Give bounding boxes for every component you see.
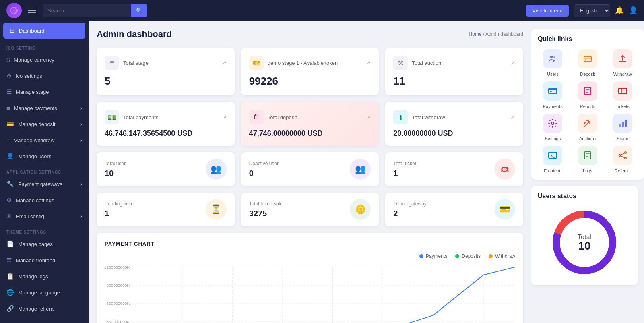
svg-point-1 xyxy=(12,9,15,12)
sidebar-item-manage-logs[interactable]: 📋 Manage logs xyxy=(0,268,89,284)
legend-withdraw-dot xyxy=(489,254,493,258)
legend-payments-label: Payments xyxy=(426,253,447,259)
svg-rect-32 xyxy=(584,152,591,159)
quick-link-payments[interactable]: Payments xyxy=(538,81,568,109)
logs-quick-icon xyxy=(578,146,597,165)
total-token-sold-icon: 🪙 xyxy=(350,199,371,220)
visit-frontend-button[interactable]: Visit frontend xyxy=(526,5,569,17)
svg-point-20 xyxy=(553,56,555,58)
breadcrumb: Home / Admin dashboard xyxy=(469,31,523,37)
page-header: Admin dashboard Home / Admin dashboard xyxy=(97,29,523,39)
total-deposit-label: Total deposit xyxy=(268,114,362,120)
demo-token-value: 99226 xyxy=(249,75,371,87)
search-bar: 🔍 xyxy=(43,4,147,17)
stat-card-total-stage: ≡ Total stage ↗ 5 xyxy=(97,48,235,95)
legend-payments-dot xyxy=(419,254,423,258)
main-content: Admin dashboard Home / Admin dashboard ≡… xyxy=(89,21,531,323)
total-auction-value: 11 xyxy=(393,75,515,87)
quick-link-auctions[interactable]: Auctions xyxy=(573,114,603,141)
nav-right: Visit frontend English Chinese 🔔 👤 xyxy=(526,4,638,17)
donut-chart: Total 10 xyxy=(548,206,621,279)
mini-card-deactive-user: Deactive user 0 👥 xyxy=(241,152,379,186)
total-stage-arrow-icon[interactable]: ↗ xyxy=(222,60,227,66)
stage-quick-icon xyxy=(613,114,632,133)
stage-quick-label: Stage xyxy=(617,136,628,141)
svg-rect-30 xyxy=(625,120,627,127)
quick-link-referral[interactable]: Referral xyxy=(607,146,638,173)
mini-cards: Total user 10 👥 Deactive user 0 👥 Total … xyxy=(97,152,523,226)
svg-text:1200000000K: 1200000000K xyxy=(105,265,130,269)
search-input[interactable] xyxy=(43,4,131,17)
total-stage-label: Total stage xyxy=(123,60,218,66)
top-stat-cards: ≡ Total stage ↗ 5 🎫 demo stage 1 - Avaia… xyxy=(97,48,523,95)
search-button[interactable]: 🔍 xyxy=(131,4,147,17)
sidebar-item-manage-frontend[interactable]: ☰ Manage frontend xyxy=(0,252,89,268)
quick-link-withdraw[interactable]: Withdraw xyxy=(607,49,638,77)
quick-link-tickets[interactable]: Tickets xyxy=(607,81,638,109)
svg-rect-21 xyxy=(584,56,591,62)
pending-ticket-value: 1 xyxy=(105,209,135,218)
referral-quick-icon xyxy=(613,146,632,165)
svg-text:10: 10 xyxy=(578,240,590,252)
sidebar-item-manage-settings[interactable]: ⚙ Manage settings xyxy=(0,192,89,208)
withdraw-arrow-icon[interactable]: ↗ xyxy=(510,114,515,120)
sidebar-item-manage-currency[interactable]: $ Manage currency xyxy=(0,52,89,68)
user-profile-icon[interactable]: 👤 xyxy=(629,6,638,15)
quick-link-settings[interactable]: Settings xyxy=(538,114,568,141)
stat-card-total-deposit: 🗓 Total deposit ↗ 47,746.00000000 USD xyxy=(241,102,379,146)
svg-rect-24 xyxy=(549,88,557,94)
refferal-icon: 🔗 xyxy=(6,305,14,312)
language-icon: 🌐 xyxy=(6,289,14,296)
users-status-title: Users status xyxy=(538,193,631,200)
sidebar-item-manage-withdraw[interactable]: ↑ Manage withdraw xyxy=(0,132,89,148)
sidebar-item-manage-pages[interactable]: 📄 Manage pages xyxy=(0,236,89,252)
quick-link-logs[interactable]: Logs xyxy=(573,146,603,173)
payments-arrow-icon[interactable]: ↗ xyxy=(222,114,227,120)
pending-ticket-icon: ⏳ xyxy=(206,199,227,220)
sidebar-item-payment-gateways[interactable]: 🔧 Payment gateways xyxy=(0,176,89,192)
sidebar-item-dashboard[interactable]: ⊞ Dashboard xyxy=(3,23,85,39)
total-payments-label: Total payments xyxy=(123,114,218,120)
settings-quick-label: Settings xyxy=(545,136,561,141)
page-title: Admin dashboard xyxy=(97,29,172,39)
sidebar-item-email-config[interactable]: ✉ Email config xyxy=(0,208,89,224)
sidebar-item-manage-users[interactable]: 👤 Manage users xyxy=(0,148,89,164)
settings-icon: ⚙ xyxy=(6,197,12,204)
sidebar-item-manage-refferal[interactable]: 🔗 Manage refferal xyxy=(0,300,89,317)
mini-card-pending-ticket: Pending ticket 1 ⏳ xyxy=(97,193,235,226)
svg-point-35 xyxy=(625,157,626,159)
quick-link-deposit[interactable]: Deposit xyxy=(573,49,603,77)
gateways-icon: 🔧 xyxy=(6,180,14,188)
deposit-icon: 💳 xyxy=(6,120,14,128)
withdraw-quick-icon xyxy=(613,49,632,68)
quick-links-grid: Users Deposit xyxy=(538,49,638,173)
sidebar-item-manage-stage[interactable]: ☰ Manage stage xyxy=(0,84,89,100)
sidebar-item-manage-payments[interactable]: ≡ Manage payments xyxy=(0,100,89,116)
stat-card-total-withdraw: ⬆ Total withdraw ↗ 20.00000000 USD xyxy=(385,102,523,146)
sidebar-section-app: APPLICATION SETTINGS xyxy=(0,164,89,176)
language-select[interactable]: English Chinese xyxy=(574,4,610,17)
sidebar-item-manage-deposit[interactable]: 💳 Manage deposit xyxy=(0,116,89,132)
total-auction-arrow-icon[interactable]: ↗ xyxy=(510,60,515,66)
referral-quick-label: Referral xyxy=(615,168,630,173)
quick-link-stage[interactable]: Stage xyxy=(607,114,638,141)
quick-link-frontend[interactable]: Frontend xyxy=(538,146,568,173)
mini-card-total-user: Total user 10 👥 xyxy=(97,152,235,186)
total-token-sold-label: Total token sold xyxy=(249,201,283,207)
svg-point-23 xyxy=(585,60,586,61)
demo-token-arrow-icon[interactable]: ↗ xyxy=(366,60,371,66)
sidebar-item-manage-language[interactable]: 🌐 Manage language xyxy=(0,284,89,300)
breadcrumb-home[interactable]: Home xyxy=(469,31,482,37)
quick-link-reports[interactable]: Reports xyxy=(573,81,603,109)
sidebar-item-ico-settings[interactable]: ⚙ Ico settings xyxy=(0,68,89,84)
quick-link-users[interactable]: Users xyxy=(538,49,568,77)
deposit-arrow-icon[interactable]: ↗ xyxy=(366,114,371,120)
notifications-icon[interactable]: 🔔 xyxy=(615,6,624,15)
total-stage-value: 5 xyxy=(105,75,227,87)
stat-card-total-payments: 💵 Total payments ↗ 46,746,147.35654500 U… xyxy=(97,102,235,146)
hamburger-menu[interactable] xyxy=(28,8,36,13)
legend-withdraw-label: Withdraw xyxy=(495,253,515,259)
withdraw-stat-icon: ⬆ xyxy=(393,110,408,124)
quick-links-title: Quick links xyxy=(538,35,638,43)
total-ticket-value: 1 xyxy=(393,169,416,178)
